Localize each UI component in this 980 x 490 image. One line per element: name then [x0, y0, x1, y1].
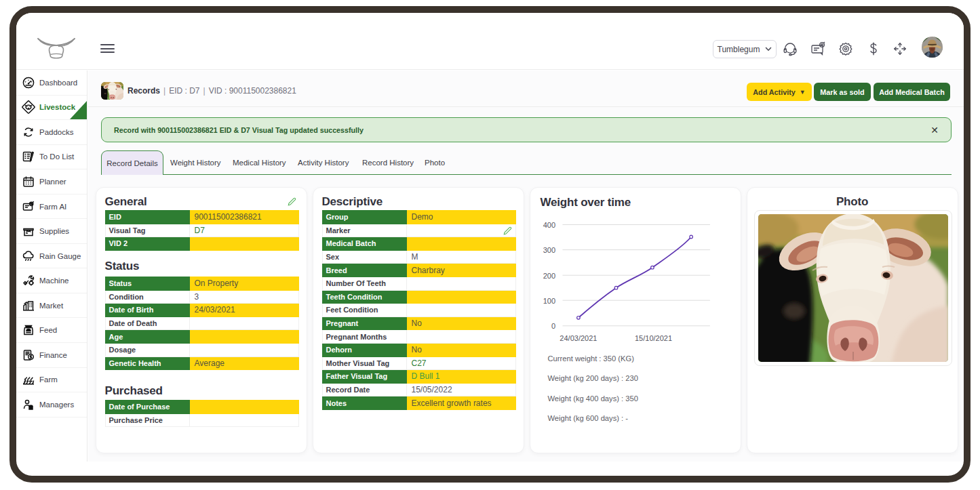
svg-text:15/10/2021: 15/10/2021	[634, 334, 671, 342]
svg-text:24/03/2021: 24/03/2021	[560, 334, 597, 342]
svg-text:200: 200	[543, 272, 555, 280]
svg-text:300: 300	[543, 246, 555, 254]
svg-text:0: 0	[551, 322, 555, 330]
svg-text:100: 100	[543, 297, 555, 305]
svg-text:400: 400	[543, 221, 555, 229]
